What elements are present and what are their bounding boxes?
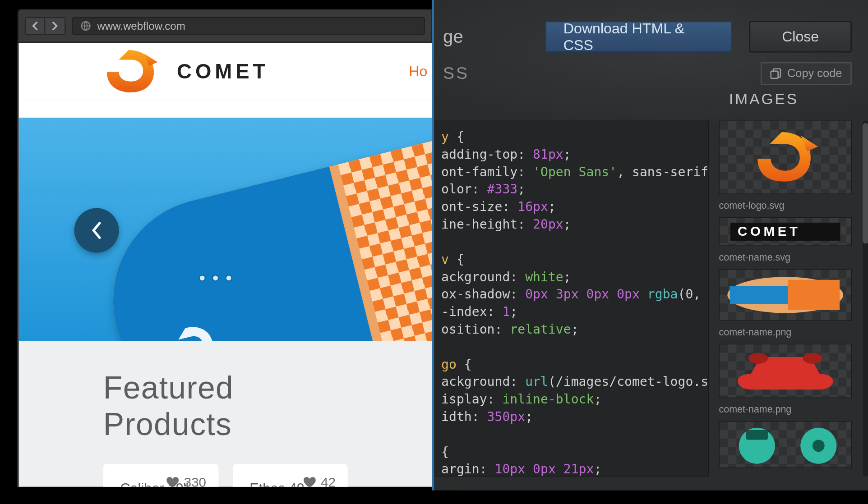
image-caption: comet-logo.svg	[719, 200, 852, 211]
copy-code-button[interactable]: Copy code	[761, 62, 852, 85]
download-button[interactable]: Download HTML & CSS	[545, 21, 732, 53]
preview-viewport: COMET Ho COM Featured Products	[18, 43, 432, 487]
image-thumb[interactable]	[719, 269, 852, 321]
chevron-left-icon	[91, 221, 103, 239]
globe-icon	[80, 20, 91, 31]
svg-rect-12	[746, 430, 768, 440]
svg-point-10	[803, 353, 822, 364]
likes[interactable]: 42	[303, 475, 336, 487]
card-title-line: Ethos 40.	[249, 481, 308, 486]
brand-name: COMET	[177, 60, 269, 83]
likes-count: 330	[184, 475, 206, 487]
featured-section: Featured Products 330 Caliber 10"Trucks.	[18, 341, 432, 487]
preview-browser: www.webflow.com COMET Ho	[18, 9, 432, 487]
copy-code-label: Copy code	[787, 67, 842, 80]
product-card[interactable]: 330 Caliber 10"Trucks.	[103, 464, 218, 487]
images-heading: IMAGES	[729, 91, 799, 108]
svg-point-9	[748, 353, 768, 364]
svg-point-14	[813, 440, 825, 452]
svg-text:COMET: COMET	[738, 224, 801, 238]
carousel-dots[interactable]	[200, 275, 231, 280]
caret-right-icon	[52, 22, 58, 30]
panel-title-fragment: ge	[443, 27, 463, 47]
likes-count: 42	[321, 475, 336, 487]
nav-forward-button[interactable]	[45, 17, 65, 35]
scrollbar-thumb[interactable]	[863, 123, 868, 244]
code-viewer[interactable]: y {adding-top: 81px;ont-family: 'Open Sa…	[432, 121, 709, 477]
close-button[interactable]: Close	[749, 21, 851, 53]
export-panel: ge Download HTML & CSS Close SS Copy cod…	[432, 0, 868, 490]
product-card[interactable]: 42 Ethos 40. One of those	[233, 464, 348, 487]
carousel-prev-button[interactable]	[74, 208, 119, 253]
hero-carousel: COM	[18, 118, 432, 341]
address-bar[interactable]: www.webflow.com	[72, 17, 425, 35]
comet-logo-icon	[96, 48, 164, 95]
nav-home-link[interactable]: Ho	[409, 63, 432, 79]
skateboard-deck-art: COM	[92, 118, 432, 341]
image-caption: comet-name.png	[719, 327, 852, 338]
image-caption: comet-name.svg	[719, 252, 852, 263]
browser-toolbar: www.webflow.com	[18, 9, 432, 43]
svg-rect-5	[771, 71, 778, 78]
subheader-css-fragment: SS	[443, 64, 469, 83]
image-thumb[interactable]	[719, 344, 852, 398]
featured-heading: Featured Products	[103, 370, 348, 442]
image-thumb[interactable]	[719, 121, 852, 194]
heart-icon	[303, 477, 316, 487]
likes[interactable]: 330	[166, 475, 206, 487]
nav-back-button[interactable]	[25, 17, 45, 35]
copy-icon	[770, 68, 781, 79]
heart-icon	[166, 477, 179, 487]
site-header: COMET Ho	[18, 43, 432, 100]
scallop-divider	[18, 100, 432, 118]
split-divider[interactable]	[432, 0, 434, 490]
address-url: www.webflow.com	[97, 19, 185, 32]
image-thumb[interactable]	[719, 421, 852, 468]
caret-left-icon	[32, 22, 38, 30]
images-list: comet-logo.svg COMET comet-name.svg come…	[719, 121, 852, 468]
image-caption: comet-name.png	[719, 404, 852, 415]
image-thumb[interactable]: COMET	[719, 217, 852, 246]
